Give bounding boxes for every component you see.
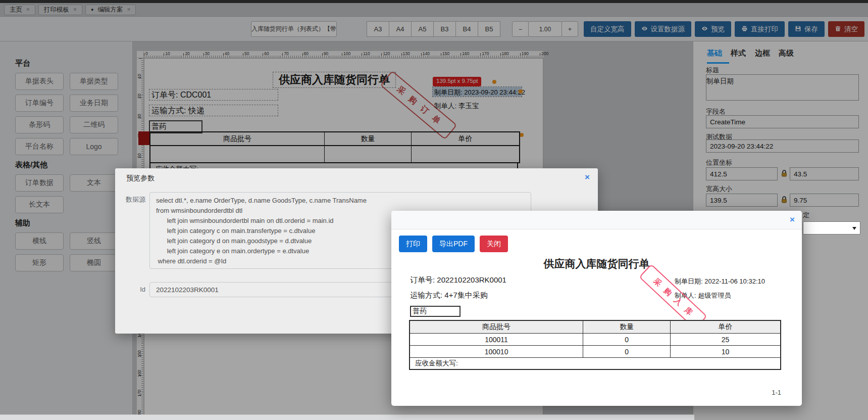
preview-table-cell: 10 — [670, 345, 780, 357]
preview-button-导出PDF[interactable]: 导出PDF — [432, 236, 475, 252]
preview-table-row: 100010010 — [410, 345, 780, 357]
preview-table-cell: 0 — [583, 333, 670, 345]
preview-make-date: 制单日期: 2022-11-06 10:32:10 — [675, 277, 765, 286]
preview-table-footer: 应收金额大写: — [410, 357, 780, 369]
preview-table-header-cell: 商品批号 — [410, 321, 583, 333]
preview-transport: 运输方式: 4+7集中采购 — [410, 291, 488, 300]
preview-table-cell: 100011 — [410, 333, 583, 345]
preview-table-header-row: 商品批号数量单价 — [410, 321, 780, 333]
preview-table-header-cell: 数量 — [583, 321, 670, 333]
preview-order-no: 订单号: 2022102203RK0001 — [410, 275, 506, 285]
preview-page-number: 1-1 — [751, 389, 781, 396]
panel-dropdown[interactable] — [803, 221, 860, 235]
preview-doc-title: 供应商入库随货同行单 — [391, 257, 802, 271]
preview-button-关闭[interactable]: 关闭 — [480, 236, 508, 252]
preview-table-row: 100011025 — [410, 333, 780, 345]
preview-data-table: 商品批号数量单价100011025100010010应收金额大写: — [409, 320, 781, 370]
preview-table-header-cell: 单价 — [670, 321, 780, 333]
print-preview-dialog: × 打印导出PDF关闭 供应商入库随货同行单 订单号: 2022102203RK… — [391, 211, 802, 406]
preview-table-cell: 0 — [583, 345, 670, 357]
chevron-down-icon — [852, 227, 856, 230]
preview-drug-type-box: 普药 — [410, 306, 461, 317]
preview-dialog-header — [391, 211, 802, 229]
preview-action-buttons: 打印导出PDF关闭 — [399, 236, 508, 252]
preview-button-打印[interactable]: 打印 — [399, 236, 427, 252]
horizontal-scrollbar[interactable] — [0, 414, 694, 420]
preview-table-cell: 25 — [670, 333, 780, 345]
clipped-panel-label: 定 — [803, 211, 809, 220]
close-icon[interactable]: × — [790, 215, 795, 224]
app-window: 主页×打印模板×●编辑方案× 入库随货同行单（列表式）【带 A3A4A5B3B4… — [0, 0, 868, 420]
preview-table-cell: 100010 — [410, 345, 583, 357]
